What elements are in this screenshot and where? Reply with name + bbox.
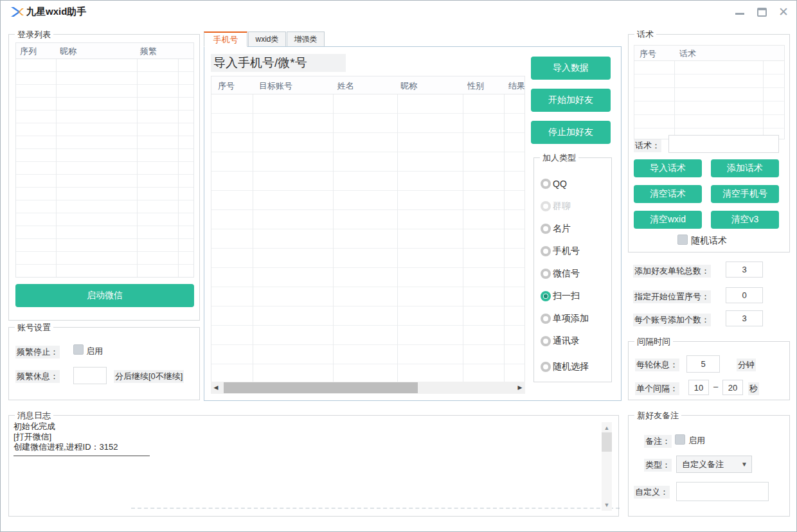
freq-rest-suffix: 分后继续[0不继续]: [114, 370, 184, 383]
log-group: 消息日志 初始化完成 [打开微信] 创建微信进程,进程ID：3152 ▲ ▼: [8, 415, 619, 517]
freq-stop-label: 频繁停止：: [15, 346, 60, 359]
interval-dash: –: [713, 382, 718, 391]
round-rest-input[interactable]: [686, 355, 720, 373]
tab-enhanced[interactable]: 增强类: [287, 31, 325, 47]
radio-icon: [541, 179, 551, 189]
col-result: 结果: [508, 80, 525, 92]
add-script-button[interactable]: 添加话术: [711, 159, 779, 177]
round-total-input[interactable]: [726, 262, 763, 278]
login-table-header: 序列 昵称 频繁: [16, 43, 193, 59]
login-table-body: [16, 59, 193, 277]
radio-icon: [541, 224, 551, 234]
login-table[interactable]: 序列 昵称 频繁: [15, 42, 194, 278]
col-gender: 性别: [467, 80, 484, 92]
radio-option-qq[interactable]: QQ: [541, 177, 567, 189]
start-wechat-button[interactable]: 启动微信: [15, 284, 194, 307]
radio-option-card[interactable]: 名片: [541, 222, 571, 234]
single-interval-max-input[interactable]: [722, 380, 743, 395]
log-vscrollbar[interactable]: ▲ ▼: [602, 422, 612, 511]
log-caret-line: [13, 456, 150, 456]
clear-phone-button[interactable]: 清空手机号: [711, 185, 779, 203]
radio-icon: [541, 269, 551, 279]
freq-rest-input[interactable]: [73, 367, 107, 384]
radio-option-groupchat[interactable]: 群聊: [541, 200, 571, 211]
window-title: 九星wxid助手: [26, 6, 86, 18]
script-col-text: 话术: [679, 48, 696, 60]
login-list-group: 登录列表 序列 昵称 频繁 启动微信: [8, 34, 200, 321]
single-interval-min-input[interactable]: [688, 380, 709, 395]
target-table-hscrollbar[interactable]: ◀ ▶: [211, 382, 525, 394]
close-button[interactable]: ✕: [777, 6, 790, 19]
radio-option-random[interactable]: 随机选择: [541, 360, 589, 372]
radio-option-scan[interactable]: 扫一扫: [541, 290, 580, 301]
tab-wxid[interactable]: wxid类: [248, 31, 286, 47]
script-table-header: 序号 话术: [634, 46, 784, 61]
remark-label: 备注：: [644, 435, 672, 448]
minimize-button[interactable]: [733, 6, 746, 19]
single-interval-label: 单个间隔：: [635, 382, 679, 395]
maximize-button[interactable]: [755, 6, 768, 19]
script-group-title: 话术: [634, 29, 656, 40]
remark-type-dropdown[interactable]: 自定义备注 ▼: [676, 456, 752, 473]
per-account-input[interactable]: [726, 310, 763, 326]
log-text-area[interactable]: 初始化完成 [打开微信] 创建微信进程,进程ID：3152: [10, 420, 605, 513]
radio-option-single[interactable]: 单项添加: [541, 312, 589, 324]
script-table[interactable]: 序号 话术: [634, 45, 785, 139]
script-table-body: [634, 61, 784, 139]
add-type-group: 加人类型 QQ 群聊 名片 手机号 微信号 扫一扫 单项添加 通讯录 随机选择: [533, 157, 612, 382]
script-group: 话术 序号 话术 话术： 导入话术 添加话术 清空话术 清空手机号 清空wxid…: [628, 34, 790, 253]
clear-script-button[interactable]: 清空话术: [634, 185, 702, 203]
hscroll-thumb[interactable]: [224, 382, 418, 393]
phone-tab-panel: 导入手机号/微*号 序号 目标账号 姓名 昵称 性别 结果 ◀ ▶: [204, 46, 622, 401]
import-script-button[interactable]: 导入话术: [634, 159, 702, 177]
import-data-button[interactable]: 导入数据: [531, 57, 611, 80]
radio-icon: [541, 291, 551, 301]
random-script-checkbox[interactable]: [677, 235, 688, 245]
watermark-line: [131, 508, 620, 509]
login-col-nick: 昵称: [60, 46, 76, 57]
col-nick: 昵称: [400, 80, 417, 92]
stop-add-friends-button[interactable]: 停止加好友: [531, 121, 611, 144]
target-table-body: [211, 94, 524, 382]
freq-rest-label: 频繁休息：: [15, 370, 60, 383]
random-script-label: 随机话术: [691, 235, 727, 247]
remark-enable-checkbox[interactable]: [675, 434, 685, 445]
clear-wxid-button[interactable]: 清空wxid: [634, 211, 702, 229]
interval-group: 间隔时间 每轮休息： 分钟 单个间隔： – 秒: [628, 341, 790, 400]
start-add-friends-button[interactable]: 开始加好友: [531, 89, 611, 112]
single-interval-unit: 秒: [748, 382, 759, 395]
clear-v3-button[interactable]: 清空v3: [711, 211, 779, 229]
script-input[interactable]: [668, 135, 779, 153]
account-settings-group: 账号设置 频繁停止： 启用 频繁休息： 分后继续[0不继续]: [8, 327, 200, 400]
app-window: 九星wxid助手 ✕ 登录列表 序列 昵称 频繁 启动微信 账号设置 频繁停止：…: [0, 0, 797, 532]
start-pos-input[interactable]: [726, 287, 763, 303]
start-pos-label: 指定开始位置序号：: [633, 290, 711, 303]
script-col-seq: 序号: [640, 48, 656, 60]
login-col-seq: 序列: [20, 46, 37, 57]
script-input-label: 话术：: [634, 139, 661, 152]
round-total-label: 添加好友单轮总数：: [633, 265, 711, 278]
app-logo-icon: [10, 6, 24, 17]
freq-stop-checkbox[interactable]: [73, 344, 84, 355]
remark-type-value: 自定义备注: [682, 459, 724, 469]
login-list-title: 登录列表: [15, 29, 53, 40]
remark-enable-label: 启用: [688, 435, 705, 447]
login-col-freq: 频繁: [140, 46, 157, 57]
remark-type-label: 类型：: [644, 459, 672, 472]
col-name: 姓名: [337, 80, 354, 92]
vscroll-thumb[interactable]: [602, 432, 612, 452]
account-settings-title: 账号设置: [15, 322, 53, 333]
radio-icon: [541, 336, 551, 346]
remark-custom-input[interactable]: [676, 482, 769, 501]
round-rest-label: 每轮休息：: [635, 359, 679, 371]
radio-option-phone[interactable]: 手机号: [541, 245, 580, 256]
target-table[interactable]: 序号 目标账号 姓名 昵称 性别 结果: [211, 76, 525, 382]
radio-option-contacts[interactable]: 通讯录: [541, 335, 580, 346]
freq-stop-enable-label: 启用: [86, 346, 103, 357]
col-seq: 序号: [218, 80, 235, 92]
chevron-down-icon: ▼: [741, 456, 748, 472]
radio-option-wechatid[interactable]: 微信号: [541, 267, 580, 279]
tab-phone[interactable]: 手机号: [204, 31, 247, 47]
title-bar: 九星wxid助手 ✕: [1, 1, 796, 22]
radio-icon: [541, 246, 551, 256]
